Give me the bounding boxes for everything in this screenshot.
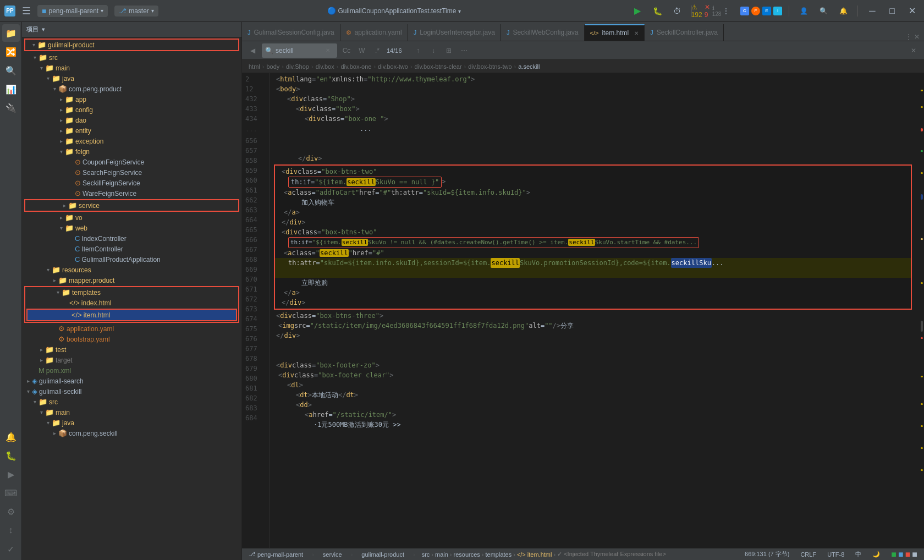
breadcrumb-divboxtwo[interactable]: div.box-two [378, 63, 408, 70]
tree-vo[interactable]: ▸ 📁 vo [22, 212, 241, 223]
tree-pom[interactable]: M pom.xml [22, 365, 241, 376]
badges[interactable]: ⚠ 192 ✕ 9 ℹ 128 [698, 3, 714, 19]
status-module[interactable]: gulimall-product [359, 551, 406, 558]
tree-app-yaml[interactable]: ⚙ application.yaml [22, 323, 241, 334]
search-input[interactable] [276, 47, 320, 54]
activity-debug[interactable]: 🐛 [2, 447, 20, 464]
breadcrumb-aseckill[interactable]: a.seckill [518, 63, 540, 70]
run-button[interactable]: ▶ [630, 3, 645, 19]
breadcrumb-divboxbtns[interactable]: div.box-btns-clear [415, 63, 462, 70]
debug-button[interactable]: 🐛 [650, 3, 665, 19]
tree-seckill-feign[interactable]: ⊙ SeckillFeignService [22, 178, 241, 188]
search-up[interactable]: ↑ [412, 45, 424, 57]
tab-item-html-close[interactable]: ✕ [634, 30, 639, 36]
search-global-button[interactable]: 🔍 [816, 3, 831, 19]
search-clear[interactable]: ✕ [322, 45, 334, 57]
breadcrumb-divboxbtnstwo[interactable]: div.box-btns-two [468, 63, 512, 70]
search-nav-prev[interactable]: ◀ [246, 45, 258, 57]
tree-exception[interactable]: ▸ 📁 exception [22, 136, 241, 146]
search-case-sensitive[interactable]: Cc [340, 45, 353, 57]
tab-seckill-controller[interactable]: J SeckillController.java [645, 24, 724, 41]
tab-login-interceptor[interactable]: J LoginUserInterceptor.java [408, 24, 501, 41]
activity-vcs[interactable]: 🔀 [2, 43, 20, 61]
tree-item-html[interactable]: </> item.html [28, 310, 236, 320]
settings-button[interactable]: 🔔 [835, 3, 851, 19]
search-input-wrap[interactable]: 🔍 ✕ [262, 43, 337, 58]
tree-dao[interactable]: ▸ 📁 dao [22, 115, 241, 125]
tree-seckill-package[interactable]: ▸ 📦 com.peng.seckill [22, 428, 241, 438]
menu-icon[interactable]: ☰ [20, 3, 33, 19]
status-encoding[interactable]: CRLF [798, 551, 818, 558]
activity-services[interactable]: ⚙ [2, 503, 20, 520]
tree-target[interactable]: ▸ 📁 target [22, 355, 241, 365]
status-lang[interactable]: 中 [853, 550, 864, 558]
activity-terminal[interactable]: ⌨ [2, 484, 20, 502]
tree-coupon-feign[interactable]: ⊙ CouponFeignService [22, 157, 241, 167]
tree-main[interactable]: ▾ 📁 main [22, 63, 241, 73]
search-settings[interactable]: ⋯ [458, 45, 470, 57]
profile-button[interactable]: ⏱ [669, 3, 685, 19]
status-service[interactable]: service [321, 551, 344, 558]
activity-plugins[interactable]: 🔌 [2, 99, 20, 117]
tree-index-controller[interactable]: C IndexController [22, 233, 241, 244]
tree-service[interactable]: ▸ 📁 service [25, 200, 238, 211]
breadcrumb-divbox[interactable]: div.box [316, 63, 334, 70]
tree-package[interactable]: ▾ 📦 com.peng.product [22, 84, 241, 94]
tree-seckill-java[interactable]: ▾ 📁 java [22, 418, 241, 428]
activity-project[interactable]: 📁 [2, 24, 20, 42]
activity-git[interactable]: ↕ [2, 521, 20, 539]
status-theme[interactable]: 🌙 [870, 551, 882, 558]
tree-search-feign[interactable]: ⊙ SearchFeignService [22, 167, 241, 178]
search-down[interactable]: ↓ [427, 45, 439, 57]
search-close[interactable]: ✕ [908, 45, 920, 57]
status-git[interactable]: ⎇ peng-mall-parent [246, 551, 305, 558]
tree-test[interactable]: ▸ 📁 test [22, 344, 241, 355]
breadcrumb-html[interactable]: html [249, 63, 260, 70]
tree-java[interactable]: ▾ 📁 java [22, 73, 241, 84]
tree-feign[interactable]: ▾ 📁 feign [22, 146, 241, 157]
account-button[interactable]: 👤 [796, 3, 811, 19]
tree-gulimall-seckill[interactable]: ▾ ◈ gulimall-seckill [22, 386, 241, 397]
tab-application-yaml[interactable]: ⚙ application.yaml [340, 24, 408, 41]
tree-index-html[interactable]: </> index.html [25, 298, 238, 308]
breadcrumb-divboxone[interactable]: div.box-one [340, 63, 371, 70]
tree-entity[interactable]: ▸ 📁 entity [22, 125, 241, 136]
activity-find[interactable]: 🔍 [2, 62, 20, 79]
branch-selector[interactable]: ⎇ master ▾ [114, 6, 158, 17]
tree-app-main[interactable]: C GulimallProductApplication [22, 254, 241, 265]
breadcrumb-body[interactable]: body [266, 63, 279, 70]
tree-root[interactable]: ▾ 📁 gulimall-product [25, 40, 238, 50]
breadcrumb-divshop[interactable]: div.Shop [286, 63, 309, 70]
tree-mapper[interactable]: ▸ 📁 mapper.product [22, 275, 241, 286]
status-position[interactable]: 669:131 (7 字节) [743, 550, 791, 558]
status-charset[interactable]: UTF-8 [825, 551, 846, 558]
tree-app[interactable]: ▸ 📁 app [22, 94, 241, 105]
scroll-indicators[interactable] [916, 73, 924, 548]
tree-seckill-src[interactable]: ▾ 📁 src [22, 397, 241, 407]
tree-templates[interactable]: ▾ 📁 templates [25, 287, 238, 298]
tree-bootstrap-yaml[interactable]: ⚙ bootstrap.yaml [22, 334, 241, 344]
tree-config[interactable]: ▸ 📁 config [22, 105, 241, 115]
tab-item-html[interactable]: </> item.html ✕ [585, 24, 645, 41]
tree-ware-feign[interactable]: ⊙ WareFeignService [22, 188, 241, 199]
activity-todo[interactable]: ✓ [2, 540, 20, 558]
activity-structure[interactable]: 📊 [2, 80, 20, 98]
more-button[interactable]: ⋮ [718, 3, 734, 19]
tab-seckill-webconfig[interactable]: J SeckillWebConfig.java [501, 24, 585, 41]
code-area[interactable]: <html lang="en" xmlns:th="http://www.thy… [270, 73, 916, 548]
project-selector[interactable]: ■ peng-mall-parent ▾ [37, 5, 108, 17]
tab-overflow[interactable]: ⋮ ✕ [901, 33, 924, 41]
tree-resources[interactable]: ▾ 📁 resources [22, 265, 241, 275]
run-config[interactable]: 🔵 GulimallCouponApplicationTest.testTime… [163, 7, 625, 15]
tree-seckill-main[interactable]: ▾ 📁 main [22, 407, 241, 418]
search-word[interactable]: W [356, 45, 368, 57]
tab-session-config[interactable]: J GulimallSessionConfig.java [242, 24, 340, 41]
window-minimize[interactable]: ─ [865, 3, 880, 19]
sidebar-content[interactable]: ▾ 📁 gulimall-product ▾ 📁 src ▾ 📁 main ▾ [22, 37, 241, 560]
tree-src[interactable]: ▾ 📁 src [22, 52, 241, 63]
tree-gulimall-search[interactable]: ▸ ◈ gulimall-search [22, 376, 241, 386]
tree-item-controller[interactable]: C ItemController [22, 244, 241, 254]
activity-run[interactable]: ▶ [2, 465, 20, 483]
window-maximize[interactable]: □ [884, 3, 900, 19]
window-close[interactable]: ✕ [904, 3, 920, 19]
